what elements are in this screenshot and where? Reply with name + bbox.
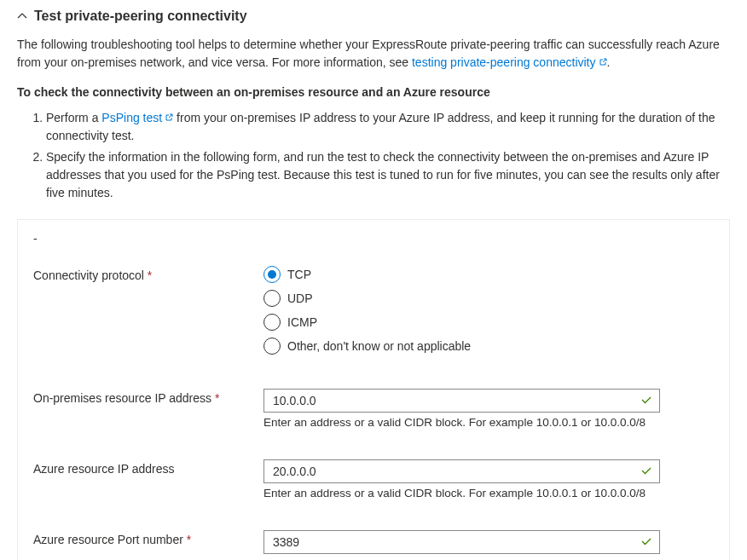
external-link-icon [165, 109, 173, 127]
subheading: To check the connectivity between an on-… [17, 85, 730, 99]
form-container: - Connectivity protocol * TCP UDP ICMP O… [17, 219, 730, 560]
check-icon [634, 465, 659, 479]
azure-ip-input-box [263, 459, 660, 483]
description-part2: . [607, 55, 611, 69]
protocol-radio-group: TCP UDP ICMP Other, don't know or not ap… [263, 266, 471, 355]
radio-option-other[interactable]: Other, don't know or not applicable [263, 338, 471, 355]
steps-list: Perform a PsPing test from your on-premi… [46, 109, 730, 202]
external-link-icon [599, 54, 607, 72]
radio-label-udp: UDP [287, 292, 313, 305]
required-asterisk: * [187, 533, 191, 546]
check-icon [634, 394, 659, 408]
onprem-ip-input[interactable] [264, 390, 634, 412]
radio-label-tcp: TCP [287, 268, 311, 281]
protocol-label: Connectivity protocol * [33, 266, 263, 282]
description-part1: The following troubleshooting tool helps… [17, 38, 720, 69]
step-2: Specify the information in the following… [46, 148, 730, 202]
azure-ip-helper: Enter an address or a valid CIDR block. … [263, 487, 660, 499]
radio-label-icmp: ICMP [287, 315, 317, 329]
onprem-ip-row: On-premises resource IP address * Enter … [33, 389, 714, 429]
required-asterisk: * [148, 268, 152, 282]
azure-port-input-box [263, 530, 660, 554]
chevron-up-icon [17, 11, 27, 21]
radio-label-other: Other, don't know or not applicable [287, 339, 471, 353]
radio-icon [263, 314, 281, 331]
onprem-ip-input-box [263, 389, 660, 413]
protocol-row: Connectivity protocol * TCP UDP ICMP Oth… [33, 266, 714, 355]
onprem-ip-helper: Enter an address or a valid CIDR block. … [263, 416, 660, 429]
testing-connectivity-link[interactable]: testing private-peering connectivity [412, 55, 607, 69]
psping-test-link[interactable]: PsPing test [101, 111, 173, 124]
radio-option-icmp[interactable]: ICMP [263, 314, 471, 331]
azure-ip-label: Azure resource IP address [33, 459, 263, 476]
azure-ip-row: Azure resource IP address Enter an addre… [33, 459, 714, 499]
azure-port-row: Azure resource Port number * Example 443… [33, 530, 714, 560]
radio-icon [263, 338, 281, 355]
collapse-minus[interactable]: - [33, 232, 714, 245]
step-1: Perform a PsPing test from your on-premi… [46, 109, 730, 145]
azure-port-input-wrapper: Example 443. Enter 0 if you don't know. [263, 530, 660, 560]
radio-icon [263, 266, 281, 283]
onprem-ip-input-wrapper: Enter an address or a valid CIDR block. … [263, 389, 660, 429]
azure-port-label: Azure resource Port number * [33, 530, 263, 546]
onprem-ip-label: On-premises resource IP address * [33, 389, 263, 405]
radio-option-udp[interactable]: UDP [263, 290, 471, 307]
azure-port-input[interactable] [264, 531, 634, 553]
required-asterisk: * [215, 391, 219, 405]
page-title: Test private-peering connectivity [34, 9, 247, 24]
azure-ip-input-wrapper: Enter an address or a valid CIDR block. … [263, 459, 660, 499]
radio-icon [263, 290, 281, 307]
azure-ip-input[interactable] [264, 460, 634, 482]
radio-option-tcp[interactable]: TCP [263, 266, 471, 283]
section-header[interactable]: Test private-peering connectivity [17, 9, 730, 24]
check-icon [634, 535, 659, 550]
description-text: The following troubleshooting tool helps… [17, 36, 730, 72]
